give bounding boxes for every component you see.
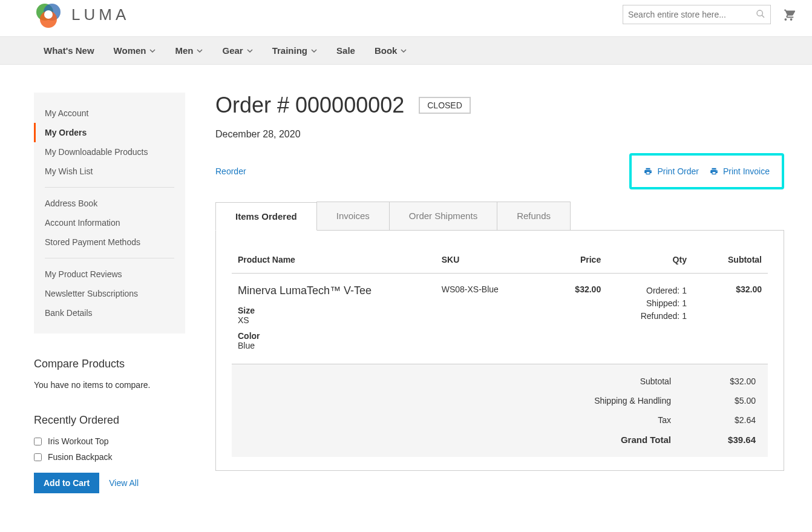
svg-point-4 [757, 10, 762, 16]
product-name: Minerva LumaTech™ V-Tee [238, 284, 430, 297]
recent-item-checkbox[interactable] [34, 438, 42, 445]
recently-ordered-block: Recently Ordered Iris Workout TopFusion … [34, 414, 185, 493]
search-box[interactable] [623, 5, 771, 24]
recent-item[interactable]: Iris Workout Top [34, 436, 185, 446]
status-badge: Closed [419, 97, 471, 114]
sidebar-separator [45, 187, 174, 188]
tab-invoices[interactable]: Invoices [316, 202, 390, 230]
qty-line: Shipped: 1 [613, 297, 687, 310]
view-all-link[interactable]: View All [109, 478, 139, 488]
total-value: $5.00 [707, 396, 756, 406]
order-totals: Subtotal$32.00Shipping & Handling$5.00Ta… [232, 364, 768, 457]
sidebar-item-my-product-reviews[interactable]: My Product Reviews [34, 264, 185, 284]
table-row: Minerva LumaTech™ V-TeeSizeXSColorBlueWS… [232, 274, 768, 364]
sidebar-item-stored-payment-methods[interactable]: Stored Payment Methods [34, 232, 185, 252]
col-subtotal: Subtotal [693, 249, 768, 274]
nav-label: Men [175, 45, 193, 56]
grand-total-row: Grand Total$39.64 [232, 430, 768, 457]
total-label: Tax [658, 415, 671, 425]
qty-line: Ordered: 1 [613, 284, 687, 297]
total-value: $2.64 [707, 415, 756, 425]
total-row: Tax$2.64 [232, 410, 768, 430]
nav-item-book[interactable]: Book [365, 37, 417, 64]
page-header: LUMA [0, 0, 812, 36]
add-to-cart-button[interactable]: Add to Cart [34, 473, 99, 493]
print-icon [710, 167, 718, 176]
sidebar-item-my-wish-list[interactable]: My Wish List [34, 162, 185, 181]
reorder-link[interactable]: Reorder [215, 166, 246, 176]
order-date: December 28, 2020 [215, 129, 784, 140]
col-sku: SKU [436, 249, 532, 274]
logo[interactable]: LUMA [34, 0, 129, 29]
recent-item-checkbox[interactable] [34, 453, 42, 461]
print-order-label: Print Order [657, 166, 698, 176]
page-title: Order # 000000002 [215, 93, 404, 118]
print-actions-highlight: Print Order Print Invoice [629, 153, 784, 189]
sidebar-item-my-account[interactable]: My Account [34, 103, 185, 123]
svg-line-5 [762, 15, 764, 18]
account-nav: My AccountMy OrdersMy Downloadable Produ… [34, 93, 185, 333]
search-icon[interactable] [756, 9, 765, 21]
chevron-down-icon [197, 45, 203, 56]
compare-empty: You have no items to compare. [34, 380, 185, 390]
sidebar-separator [45, 258, 174, 258]
sidebar-item-newsletter-subscriptions[interactable]: Newsletter Subscriptions [34, 284, 185, 303]
sidebar-item-my-downloadable-products[interactable]: My Downloadable Products [34, 142, 185, 162]
sidebar-item-address-book[interactable]: Address Book [34, 194, 185, 213]
compare-title: Compare Products [34, 358, 185, 370]
chevron-down-icon [247, 45, 253, 56]
recent-item[interactable]: Fusion Backpack [34, 452, 185, 462]
option-value: Blue [238, 341, 430, 350]
svg-point-3 [44, 10, 53, 19]
sidebar-item-my-orders[interactable]: My Orders [34, 123, 185, 142]
tab-items-ordered[interactable]: Items Ordered [215, 202, 317, 231]
tab-refunds[interactable]: Refunds [497, 202, 571, 230]
price: $32.00 [532, 274, 607, 364]
nav-item-training[interactable]: Training [263, 37, 327, 64]
sidebar-item-account-information[interactable]: Account Information [34, 213, 185, 232]
row-subtotal: $32.00 [693, 274, 768, 364]
recent-item-label: Iris Workout Top [48, 436, 109, 446]
chevron-down-icon [401, 45, 407, 56]
nav-item-what-s-new[interactable]: What's New [34, 37, 104, 64]
print-invoice-label: Print Invoice [723, 166, 770, 176]
search-input[interactable] [628, 10, 756, 19]
chevron-down-icon [311, 45, 317, 56]
nav-label: What's New [44, 45, 94, 56]
col-product: Product Name [232, 249, 436, 274]
items-ordered-panel: Product Name SKU Price Qty Subtotal Mine… [215, 231, 784, 471]
nav-item-women[interactable]: Women [104, 37, 166, 64]
nav-label: Women [114, 45, 146, 56]
logo-text: LUMA [71, 5, 129, 24]
total-value: $39.64 [707, 435, 756, 445]
total-row: Subtotal$32.00 [232, 364, 768, 391]
option-label: Color [238, 331, 430, 341]
col-price: Price [532, 249, 607, 274]
recently-ordered-title: Recently Ordered [34, 414, 185, 427]
total-value: $32.00 [707, 376, 756, 386]
sidebar-item-bank-details[interactable]: Bank Details [34, 303, 185, 323]
nav-item-gear[interactable]: Gear [212, 37, 262, 64]
recent-item-label: Fusion Backpack [48, 452, 113, 462]
option-value: XS [238, 315, 430, 325]
nav-item-men[interactable]: Men [165, 37, 212, 64]
sku: WS08-XS-Blue [442, 284, 499, 294]
cart-icon[interactable] [782, 7, 795, 22]
chevron-down-icon [149, 45, 156, 56]
nav-label: Training [272, 45, 307, 56]
tab-order-shipments[interactable]: Order Shipments [389, 202, 497, 230]
print-order-link[interactable]: Print Order [644, 166, 698, 176]
total-label: Subtotal [640, 376, 671, 386]
main-nav: What's NewWomenMenGearTrainingSaleBook [0, 36, 812, 65]
total-label: Grand Total [621, 435, 671, 445]
nav-label: Sale [336, 45, 355, 56]
nav-label: Book [375, 45, 398, 56]
nav-item-sale[interactable]: Sale [327, 37, 365, 64]
option-label: Size [238, 306, 430, 315]
qty-line: Refunded: 1 [613, 310, 687, 323]
logo-icon [34, 0, 63, 29]
order-tabs: Items OrderedInvoicesOrder ShipmentsRefu… [215, 202, 784, 231]
total-row: Shipping & Handling$5.00 [232, 391, 768, 410]
print-invoice-link[interactable]: Print Invoice [710, 166, 770, 176]
total-label: Shipping & Handling [594, 396, 671, 406]
